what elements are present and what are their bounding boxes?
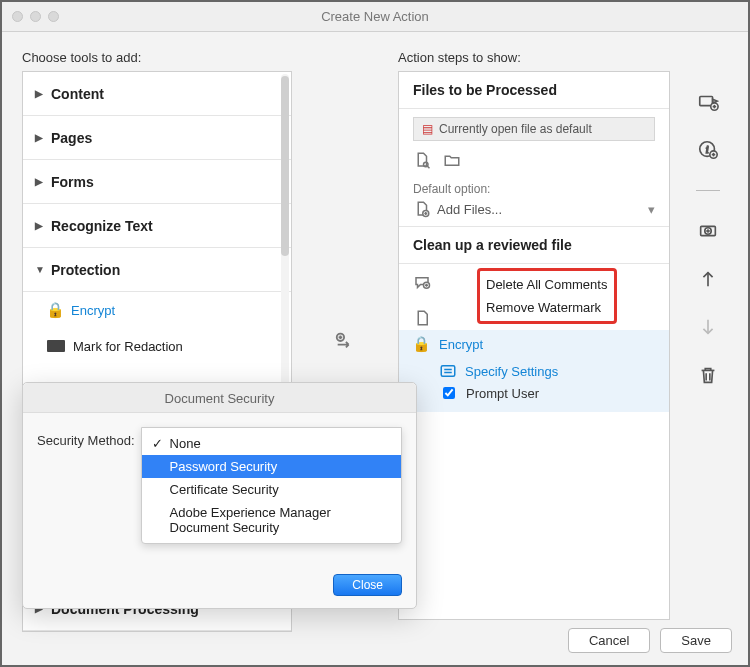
add-files-row[interactable]: Add Files... ▾ [413, 200, 655, 218]
tools-scroll-thumb[interactable] [281, 76, 289, 256]
prompt-user-label: Prompt User [466, 386, 539, 401]
option-certificate-security[interactable]: Certificate Security [142, 478, 401, 501]
cancel-button[interactable]: Cancel [568, 628, 650, 653]
side-toolbar: i [688, 50, 728, 620]
step-encrypt[interactable]: 🔒 Encrypt [399, 330, 669, 358]
titlebar: Create New Action [2, 2, 748, 32]
prompt-user-row[interactable]: Prompt User [399, 380, 669, 412]
tools-label: Choose tools to add: [22, 50, 292, 65]
comments-icon [413, 274, 431, 295]
step-label: Remove Watermark [486, 300, 601, 315]
security-method-label: Security Method: [37, 427, 135, 448]
disclosure-icon [35, 88, 45, 99]
svg-line-4 [427, 166, 429, 168]
move-up-button[interactable] [696, 267, 720, 291]
close-button[interactable]: Close [333, 574, 402, 596]
highlighted-steps: Delete All Comments Remove Watermark [477, 268, 617, 324]
group-label: Pages [51, 130, 92, 146]
group-label: Protection [51, 262, 120, 278]
disclosure-icon [35, 176, 45, 187]
move-down-button[interactable] [696, 315, 720, 339]
settings-list-icon [439, 362, 457, 380]
svg-text:i: i [706, 144, 709, 155]
files-block: ▤ Currently open file as default [399, 109, 669, 227]
step-label: Encrypt [439, 337, 483, 352]
tool-label: Mark for Redaction [73, 339, 183, 354]
lock-icon: 🔒 [47, 302, 63, 318]
step-delete-comments[interactable]: Delete All Comments [480, 273, 614, 296]
check-icon: ✓ [152, 436, 163, 451]
folder-icon[interactable] [443, 151, 461, 172]
page-icon [413, 309, 431, 330]
redact-icon [47, 340, 65, 352]
option-password-security[interactable]: Password Security [142, 455, 401, 478]
popover-title: Document Security [23, 383, 416, 413]
option-none[interactable]: ✓ None [142, 432, 401, 455]
default-option-label: Default option: [413, 182, 655, 196]
file-search-icon[interactable] [413, 151, 431, 172]
dialog-footer: Cancel Save [568, 628, 732, 653]
document-security-popover: Document Security Security Method: ✓ Non… [22, 382, 417, 609]
group-label: Forms [51, 174, 94, 190]
lock-icon: 🔒 [413, 336, 429, 352]
group-forms[interactable]: Forms [23, 160, 291, 204]
svg-rect-11 [441, 366, 455, 377]
option-label: Certificate Security [170, 482, 279, 497]
option-label: None [170, 436, 201, 451]
add-tool-button[interactable] [334, 330, 356, 355]
prompt-user-checkbox[interactable] [443, 387, 455, 399]
steps-column: Action steps to show: Files to be Proces… [398, 50, 670, 620]
step-label: Delete All Comments [486, 277, 607, 292]
dialog-window: Create New Action Choose tools to add: C… [0, 0, 750, 667]
disclosure-icon [35, 220, 45, 231]
add-file-icon [413, 200, 431, 218]
dropdown-caret-icon: ▾ [648, 202, 655, 217]
option-aem-security[interactable]: Adobe Experience Manager Document Securi… [142, 501, 401, 539]
tool-encrypt[interactable]: 🔒 Encrypt [23, 292, 291, 328]
group-recognize-text[interactable]: Recognize Text [23, 204, 291, 248]
toolbar-divider [696, 190, 720, 191]
default-file-pill[interactable]: ▤ Currently open file as default [413, 117, 655, 141]
save-button[interactable]: Save [660, 628, 732, 653]
group-content[interactable]: Content [23, 72, 291, 116]
group-pages[interactable]: Pages [23, 116, 291, 160]
add-files-label: Add Files... [437, 202, 502, 217]
delete-step-button[interactable] [696, 363, 720, 387]
default-file-label: Currently open file as default [439, 122, 592, 136]
step-remove-watermark[interactable]: Remove Watermark [480, 296, 614, 319]
pdf-icon: ▤ [422, 122, 433, 136]
option-label: Password Security [170, 459, 278, 474]
option-label: Adobe Experience Manager Document Securi… [170, 505, 331, 535]
tool-label: Encrypt [71, 303, 115, 318]
window-title: Create New Action [2, 9, 748, 24]
specify-settings-row[interactable]: Specify Settings [399, 358, 669, 380]
security-method-dropdown[interactable]: ✓ None Password Security Certificate Sec… [141, 427, 402, 544]
group-label: Content [51, 86, 104, 102]
steps-panel: Files to be Processed ▤ Currently open f… [398, 71, 670, 620]
specify-settings-label: Specify Settings [465, 364, 558, 379]
group-label: Recognize Text [51, 218, 153, 234]
disclosure-icon [35, 132, 45, 143]
tool-mark-for-redaction[interactable]: Mark for Redaction [23, 328, 291, 364]
add-instruction-button[interactable]: i [696, 138, 720, 162]
disclosure-icon [35, 264, 45, 275]
add-files-sidebar-button[interactable] [696, 90, 720, 114]
add-panel-button[interactable] [696, 219, 720, 243]
steps-label: Action steps to show: [398, 50, 670, 65]
cleanup-header: Clean up a reviewed file [399, 227, 669, 264]
files-header: Files to be Processed [399, 72, 669, 109]
group-protection[interactable]: Protection [23, 248, 291, 292]
